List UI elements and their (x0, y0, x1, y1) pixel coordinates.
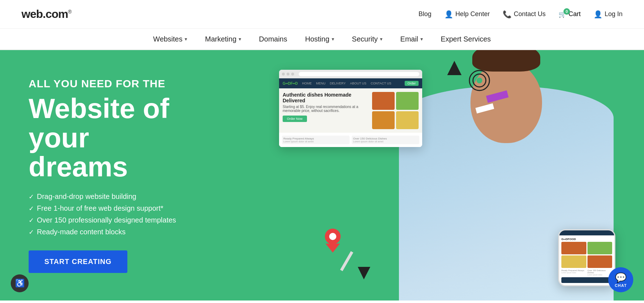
chat-button[interactable]: 💬 CHAT (608, 267, 633, 292)
site-logo-text: G••DF••D (283, 82, 298, 85)
nav-email[interactable]: Email ▾ (400, 35, 423, 43)
nav-hosting[interactable]: Hosting ▾ (305, 35, 334, 43)
hero-content: ALL YOU NEED FOR THE Website of your dre… (0, 56, 250, 295)
chevron-down-icon: ▾ (420, 36, 423, 42)
pin-decoration (322, 228, 343, 254)
chevron-down-icon: ▾ (380, 36, 382, 42)
logo[interactable]: web.com® (21, 8, 71, 21)
check-icon: ✓ (29, 193, 34, 201)
contact-us-link[interactable]: 📞 Contact Us (503, 10, 546, 19)
chat-icon: 💬 (615, 272, 626, 283)
start-creating-button[interactable]: START CREATING (29, 250, 127, 273)
nav-marketing-label: Marketing (205, 35, 236, 43)
food-img-1 (372, 92, 395, 110)
hero-subtitle: ALL YOU NEED FOR THE (29, 78, 222, 90)
pencil-decoration (340, 251, 353, 271)
food-title: Authentic dishes Homemade Delivered (283, 92, 369, 103)
phone-cell-1 (561, 242, 586, 254)
hero-feature-4: ✓ Ready-made content blocks (29, 228, 222, 236)
check-icon: ✓ (29, 228, 34, 236)
top-bar: web.com® Blog 👤 Help Center 📞 Contact Us… (0, 0, 644, 29)
nav-domains-label: Domains (259, 35, 287, 43)
nav-home: HOME (302, 82, 312, 85)
food-img-2 (396, 92, 419, 110)
food-sub: Starting at $5. Enjoy real recommendatio… (283, 105, 369, 113)
hero-section: ALL YOU NEED FOR THE Website of your dre… (0, 50, 644, 300)
nav-delivery: DELIVERY (330, 82, 346, 85)
svg-point-2 (477, 78, 482, 83)
phone-grid (561, 242, 612, 268)
nav-email-label: Email (400, 35, 418, 43)
food-img-4 (396, 111, 419, 129)
hero-feature-2: ✓ Free 1-hour of free web design support… (29, 204, 222, 212)
blog-link[interactable]: Blog (419, 10, 431, 18)
browser-dot-3 (291, 73, 294, 75)
check-icon: ✓ (29, 205, 34, 212)
ready-label: Ready Prepared Always (283, 137, 348, 140)
hero-title-line2: dreams (29, 151, 128, 182)
nav-domains[interactable]: Domains (259, 35, 287, 43)
phone-icon: 📞 (503, 10, 512, 19)
nav-menu: MENU (316, 82, 326, 85)
hero-title: Website of your dreams (29, 94, 222, 182)
hero-visuals: G••DF••D HOME MENU DELIVERY ABOUT US CON… (250, 50, 644, 300)
nav-about: ABOUT US (350, 82, 366, 85)
phone-order-btn (561, 277, 612, 283)
nav-contact: CONTACT US (371, 82, 391, 85)
featured-products: Ready Prepared Always Lorem ipsum dolor … (279, 133, 422, 147)
browser-dot-2 (287, 73, 289, 75)
phone-title: G••DFOOD (561, 238, 612, 241)
hero-feature-3: ✓ Over 150 professionally designed templ… (29, 216, 222, 224)
hero-feature-1: ✓ Drag-and-drop website building (29, 192, 222, 201)
top-nav: Blog 👤 Help Center 📞 Contact Us 🛒 0 Cart… (419, 10, 623, 19)
browser-toolbar (279, 70, 422, 78)
login-label: Log In (605, 10, 623, 18)
nav-security-label: Security (352, 35, 378, 43)
triangle-decoration (447, 61, 462, 77)
phone-content: G••DFOOD Ready Prepared Always Lorem ips… (559, 235, 614, 285)
food-img-3 (372, 111, 395, 129)
user-icon: 👤 (594, 10, 602, 19)
nav-security[interactable]: Security ▾ (352, 35, 382, 43)
bullseye-decoration (469, 70, 490, 93)
chevron-down-icon: ▾ (332, 36, 334, 42)
nav-expert-services-label: Expert Services (441, 35, 491, 43)
hero-title-line1: Website of your (29, 93, 169, 153)
phone-cell-2 (587, 242, 613, 254)
svg-marker-7 (358, 267, 370, 279)
order-btn: Order (405, 81, 419, 86)
svg-point-5 (329, 233, 336, 240)
phone-cell-3 (561, 255, 586, 268)
cart-button[interactable]: 🛒 0 Cart (558, 10, 581, 18)
contact-us-label: Contact Us (514, 10, 546, 18)
help-center-label: Help Center (455, 10, 490, 18)
blog-label: Blog (419, 10, 431, 18)
accessibility-icon: ♿ (15, 279, 25, 288)
phone-status-bar (559, 230, 614, 235)
nav-marketing[interactable]: Marketing ▾ (205, 35, 241, 43)
nav-websites[interactable]: Websites ▾ (153, 35, 187, 43)
nav-hosting-label: Hosting (305, 35, 330, 43)
browser-mockup: G••DF••D HOME MENU DELIVERY ABOUT US CON… (279, 70, 422, 147)
phone-mockup: G••DFOOD Ready Prepared Always Lorem ips… (558, 229, 615, 286)
login-link[interactable]: 👤 Log In (594, 10, 623, 19)
cart-label: Cart (569, 10, 581, 18)
chevron-down-icon: ▾ (239, 36, 241, 42)
browser-dot-1 (282, 73, 285, 75)
phone-cell-4 (587, 255, 613, 268)
nav-expert-services[interactable]: Expert Services (441, 35, 491, 43)
hero-features: ✓ Drag-and-drop website building ✓ Free … (29, 192, 222, 236)
help-icon: 👤 (444, 10, 453, 19)
svg-marker-3 (447, 61, 462, 75)
accessibility-button[interactable]: ♿ (11, 274, 29, 292)
help-center-link[interactable]: 👤 Help Center (444, 10, 490, 19)
food-cta-button[interactable]: Order Now (283, 116, 307, 122)
browser-site-nav: G••DF••D HOME MENU DELIVERY ABOUT US CON… (279, 78, 422, 88)
chevron-down-icon: ▾ (185, 36, 187, 42)
cart-count: 0 (564, 8, 570, 15)
browser-hero: Authentic dishes Homemade Delivered Star… (279, 88, 422, 133)
dishes-label: Over 150 Delicious Dishes (353, 137, 418, 140)
nav-websites-label: Websites (153, 35, 182, 43)
check-icon: ✓ (29, 216, 34, 224)
main-nav: Websites ▾ Marketing ▾ Domains Hosting ▾… (0, 29, 644, 50)
